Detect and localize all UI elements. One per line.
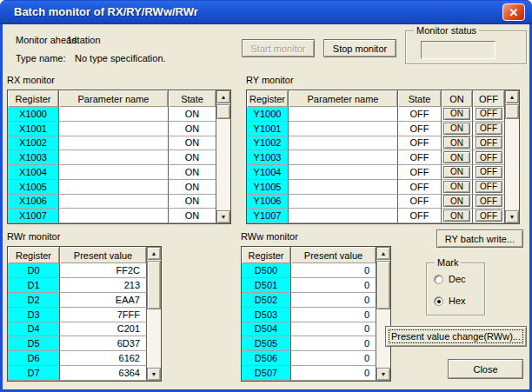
- column-header[interactable]: Present value: [291, 247, 376, 263]
- scroll-up-icon: ▲: [151, 250, 157, 256]
- table-row: D2EAA7: [8, 293, 147, 308]
- rww-monitor-label: RWw monitor: [241, 231, 298, 242]
- parameter-cell: [59, 107, 169, 122]
- table-row: X1007ON: [8, 209, 216, 223]
- table-row: Y1006OFFONOFF: [247, 195, 505, 209]
- table-row: Y1002OFFONOFF: [247, 136, 505, 151]
- on-button[interactable]: ON: [443, 195, 470, 207]
- value-cell: 0: [291, 336, 376, 351]
- rww-monitor-table: Register Present value D5000D5010D5020D5…: [241, 246, 391, 382]
- table-row: D5000: [242, 263, 376, 278]
- column-header[interactable]: State: [169, 90, 216, 107]
- off-button[interactable]: OFF: [475, 136, 502, 149]
- scroll-thumb[interactable]: [505, 104, 519, 119]
- off-button[interactable]: OFF: [475, 151, 502, 163]
- scroll-up-button[interactable]: ▲: [216, 90, 230, 103]
- register-cell: D1: [8, 278, 60, 293]
- scroll-thumb[interactable]: [376, 261, 390, 309]
- off-button[interactable]: OFF: [475, 166, 502, 178]
- column-header[interactable]: Register: [242, 247, 291, 263]
- parameter-cell: [59, 122, 169, 136]
- scroll-up-button[interactable]: ▲: [505, 90, 519, 103]
- scrollbar[interactable]: ▲ ▼: [216, 90, 230, 223]
- table-row: Y1001OFFONOFF: [247, 122, 505, 136]
- off-button[interactable]: OFF: [475, 108, 502, 120]
- on-cell: ON: [442, 209, 473, 223]
- column-header[interactable]: Parameter name: [289, 90, 398, 107]
- scroll-thumb[interactable]: [216, 104, 230, 119]
- on-button[interactable]: ON: [443, 181, 470, 193]
- scroll-down-button[interactable]: ▼: [376, 368, 390, 381]
- column-header[interactable]: Register: [8, 247, 60, 263]
- column-header[interactable]: Present value: [60, 247, 147, 263]
- scroll-thumb[interactable]: [147, 261, 161, 309]
- on-button[interactable]: ON: [443, 136, 470, 149]
- scroll-down-icon: ▼: [151, 371, 157, 377]
- register-cell: D506: [242, 351, 291, 366]
- on-button[interactable]: ON: [443, 123, 470, 135]
- column-header[interactable]: ON: [442, 90, 473, 107]
- scroll-down-button[interactable]: ▼: [505, 210, 519, 223]
- column-header[interactable]: OFF: [473, 90, 505, 107]
- column-header[interactable]: Register: [8, 90, 59, 107]
- on-button[interactable]: ON: [443, 166, 470, 178]
- off-button[interactable]: OFF: [475, 123, 502, 135]
- scrollbar[interactable]: ▲ ▼: [505, 90, 519, 223]
- scroll-up-button[interactable]: ▲: [147, 247, 161, 260]
- table-row: Y1005OFFONOFF: [247, 180, 505, 195]
- rwr-monitor-table: Register Present value D0FF2CD1213D2EAA7…: [7, 246, 162, 382]
- value-cell: 0: [291, 263, 376, 278]
- scroll-down-icon: ▼: [509, 214, 515, 220]
- column-header[interactable]: Register: [247, 90, 289, 107]
- scroll-down-button[interactable]: ▼: [147, 368, 161, 381]
- value-cell: 0: [291, 366, 376, 381]
- off-button[interactable]: OFF: [475, 209, 502, 222]
- register-cell: D504: [242, 322, 291, 337]
- dialog-window: Batch monitor of RX/RY/RWw/RWr ✕ Monitor…: [0, 0, 532, 392]
- parameter-cell: [289, 136, 398, 151]
- parameter-cell: [59, 150, 169, 165]
- type-name-label: Type name:: [16, 53, 65, 63]
- titlebar[interactable]: Batch monitor of RX/RY/RWw/RWr ✕: [0, 0, 532, 24]
- table-row: X1000ON: [8, 107, 216, 122]
- register-cell: D0: [8, 263, 60, 278]
- scrollbar[interactable]: ▲ ▼: [147, 247, 161, 381]
- monitor-ahead-value: 1station: [67, 35, 101, 45]
- monitor-status-group: Monitor status: [405, 30, 527, 64]
- type-name-value: No type specification.: [75, 53, 166, 63]
- scroll-down-button[interactable]: ▼: [216, 210, 230, 223]
- off-cell: OFF: [473, 122, 505, 136]
- start-monitor-button[interactable]: Start monitor: [242, 39, 315, 57]
- radio-hex-label: Hex: [449, 296, 466, 306]
- column-header[interactable]: State: [398, 90, 442, 107]
- stop-monitor-button[interactable]: Stop monitor: [323, 39, 396, 57]
- register-cell: D503: [242, 308, 291, 322]
- table-row: Y1004OFFONOFF: [247, 165, 505, 180]
- value-cell: 0: [291, 293, 376, 308]
- close-dialog-button[interactable]: Close: [448, 359, 523, 379]
- on-button[interactable]: ON: [443, 151, 470, 163]
- close-button[interactable]: ✕: [502, 3, 525, 21]
- table-row: D5020: [242, 293, 376, 308]
- on-button[interactable]: ON: [443, 108, 470, 120]
- off-button[interactable]: OFF: [475, 195, 502, 207]
- monitor-status-field: [421, 41, 495, 59]
- off-cell: OFF: [473, 136, 505, 151]
- register-cell: D4: [8, 322, 60, 337]
- on-cell: ON: [442, 136, 473, 151]
- rwr-monitor-label: RWr monitor: [7, 231, 60, 242]
- column-header[interactable]: Parameter name: [59, 90, 169, 107]
- scroll-up-button[interactable]: ▲: [376, 247, 390, 260]
- scrollbar[interactable]: ▲ ▼: [376, 247, 390, 381]
- off-button[interactable]: OFF: [475, 181, 502, 193]
- value-cell: 6D37: [60, 336, 147, 351]
- register-cell: X1004: [8, 165, 59, 180]
- table-row: D56D37: [8, 336, 147, 351]
- radio-dec[interactable]: Dec: [434, 274, 466, 284]
- present-value-change-button[interactable]: Present value change(RWw)...: [385, 326, 527, 347]
- on-button[interactable]: ON: [443, 209, 470, 222]
- ry-batch-write-button[interactable]: RY batch write...: [436, 229, 523, 248]
- state-cell: OFF: [398, 122, 442, 136]
- register-cell: X1006: [8, 195, 59, 209]
- radio-hex[interactable]: Hex: [434, 296, 466, 306]
